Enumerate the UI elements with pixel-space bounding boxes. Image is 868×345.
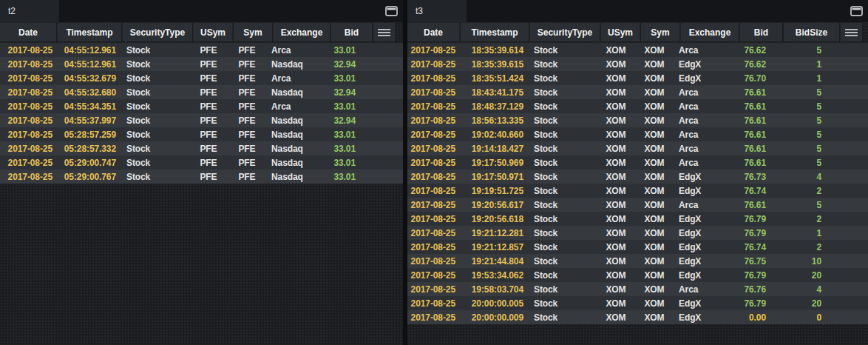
cell-sym: PFE bbox=[228, 99, 266, 113]
table-row[interactable]: 2017-08-2519:53:34.062StockXOMXOMEdgX76.… bbox=[407, 268, 868, 282]
table-row[interactable]: 2017-08-2518:43:41.175StockXOMXOMArca76.… bbox=[407, 85, 868, 99]
cell-date: 2017-08-25 bbox=[407, 254, 459, 268]
table-row[interactable]: 2017-08-2519:20:56.617StockXOMXOMArca76.… bbox=[407, 198, 868, 212]
column-header-bid[interactable]: Bid bbox=[740, 23, 782, 41]
table-row[interactable]: 2017-08-2519:20:56.618StockXOMXOMEdgX76.… bbox=[407, 212, 868, 226]
table-row[interactable]: 2017-08-2520:00:00.009StockXOMXOMEdgX0.0… bbox=[407, 310, 868, 324]
cell-securitytype: Stock bbox=[120, 155, 189, 170]
column-header-timestamp[interactable]: Timestamp bbox=[58, 23, 121, 41]
cell-securitytype: Stock bbox=[527, 43, 597, 57]
column-header-sym[interactable]: Sym bbox=[234, 23, 272, 41]
cell-date: 2017-08-25 bbox=[407, 212, 459, 226]
cell-usym: XOM bbox=[597, 240, 635, 254]
table-row[interactable]: 2017-08-2505:29:00.747StockPFEPFENasdaq3… bbox=[0, 155, 403, 170]
table-row[interactable]: 2017-08-2519:19:51.725StockXOMXOMEdgX76.… bbox=[407, 184, 868, 198]
table-row[interactable]: 2017-08-2519:02:40.660StockXOMXOMArca76.… bbox=[407, 127, 868, 141]
column-menu-button[interactable] bbox=[841, 23, 862, 41]
table-row[interactable]: 2017-08-2505:28:57.332StockPFEPFENasdaq3… bbox=[0, 141, 403, 155]
column-header-timestamp[interactable]: Timestamp bbox=[461, 23, 529, 41]
cell-usym: PFE bbox=[189, 127, 228, 141]
column-header-securitytype[interactable]: SecurityType bbox=[530, 23, 600, 41]
table-row[interactable]: 2017-08-2519:21:44.804StockXOMXOMEdgX76.… bbox=[407, 254, 868, 268]
cell-timestamp: 19:17:50.971 bbox=[459, 170, 527, 184]
column-header-sym[interactable]: Sym bbox=[641, 23, 679, 41]
cell-menu-spacer bbox=[829, 99, 850, 113]
cell-exchange: Arca bbox=[674, 99, 731, 113]
cell-sym: XOM bbox=[635, 198, 674, 212]
table-row[interactable]: 2017-08-2519:21:12.857StockXOMXOMEdgX76.… bbox=[407, 240, 868, 254]
cell-sym: XOM bbox=[635, 212, 674, 226]
column-header-bidsize[interactable]: BidSize bbox=[784, 23, 839, 41]
table-row[interactable]: 2017-08-2504:55:37.997StockPFEPFENasdaq3… bbox=[0, 113, 403, 127]
window-button[interactable] bbox=[844, 0, 868, 22]
column-header-usym[interactable]: USym bbox=[194, 23, 232, 41]
table-row[interactable]: 2017-08-2504:55:12.961StockPFEPFENasdaq3… bbox=[0, 57, 403, 71]
cell-timestamp: 20:00:00.009 bbox=[459, 310, 527, 324]
cell-usym: PFE bbox=[189, 170, 228, 184]
table-row[interactable]: 2017-08-2505:29:00.767StockPFEPFENasdaq3… bbox=[0, 170, 403, 184]
cell-date: 2017-08-25 bbox=[0, 141, 56, 155]
cell-exchange: Arca bbox=[674, 113, 731, 127]
table-row[interactable]: 2017-08-2518:35:39.615StockXOMXOMEdgX76.… bbox=[407, 57, 868, 71]
table-row[interactable]: 2017-08-2520:00:00.005StockXOMXOMEdgX76.… bbox=[407, 296, 868, 310]
table-row[interactable]: 2017-08-2504:55:32.679StockPFEPFEArca33.… bbox=[0, 71, 403, 85]
cell-exchange: Arca bbox=[266, 71, 322, 85]
table-row[interactable]: 2017-08-2504:55:12.961StockPFEPFEArca33.… bbox=[0, 43, 403, 57]
cell-menu-spacer bbox=[829, 43, 850, 57]
table-row[interactable]: 2017-08-2519:17:50.971StockXOMXOMEdgX76.… bbox=[407, 170, 868, 184]
cell-bidsize: 1 bbox=[773, 71, 829, 85]
cell-usym: XOM bbox=[597, 268, 635, 282]
tab-t2[interactable]: t2 bbox=[0, 0, 59, 22]
cell-sym: PFE bbox=[228, 113, 266, 127]
cell-sym: XOM bbox=[635, 184, 674, 198]
cell-menu-spacer bbox=[829, 170, 850, 184]
table-row[interactable]: 2017-08-2519:21:12.281StockXOMXOMEdgX76.… bbox=[407, 226, 868, 240]
cell-securitytype: Stock bbox=[527, 99, 597, 113]
table-row[interactable]: 2017-08-2519:14:18.427StockXOMXOMArca76.… bbox=[407, 141, 868, 155]
cell-sym: XOM bbox=[635, 85, 674, 99]
cell-date: 2017-08-25 bbox=[0, 57, 56, 71]
cell-bid: 32.94 bbox=[322, 113, 363, 127]
cell-sym: XOM bbox=[635, 141, 674, 155]
cell-date: 2017-08-25 bbox=[0, 43, 56, 57]
column-header-date[interactable]: Date bbox=[407, 23, 459, 41]
cell-bid: 33.01 bbox=[322, 127, 363, 141]
column-header-bid[interactable]: Bid bbox=[331, 23, 372, 41]
window-button[interactable] bbox=[379, 0, 403, 22]
column-header-exchange[interactable]: Exchange bbox=[681, 23, 739, 41]
cell-menu-spacer bbox=[829, 141, 850, 155]
table-row[interactable]: 2017-08-2518:48:37.129StockXOMXOMArca76.… bbox=[407, 99, 868, 113]
cell-date: 2017-08-25 bbox=[0, 99, 56, 113]
table-row[interactable]: 2017-08-2504:55:34.351StockPFEPFEArca33.… bbox=[0, 99, 403, 113]
table-row[interactable]: 2017-08-2518:35:39.614StockXOMXOMArca76.… bbox=[407, 43, 868, 57]
cell-securitytype: Stock bbox=[120, 170, 189, 184]
cell-menu-spacer bbox=[363, 85, 384, 99]
column-menu-button[interactable] bbox=[373, 23, 395, 41]
table-row[interactable]: 2017-08-2519:58:03.704StockXOMXOMArca76.… bbox=[407, 282, 868, 296]
cell-usym: XOM bbox=[597, 85, 635, 99]
column-header-securitytype[interactable]: SecurityType bbox=[123, 23, 192, 41]
column-header-exchange[interactable]: Exchange bbox=[274, 23, 330, 41]
cell-menu-spacer bbox=[829, 296, 850, 310]
column-header-date[interactable]: Date bbox=[0, 23, 56, 41]
table-row[interactable]: 2017-08-2518:56:13.335StockXOMXOMArca76.… bbox=[407, 113, 868, 127]
cell-exchange: EdgX bbox=[674, 212, 731, 226]
cell-date: 2017-08-25 bbox=[0, 170, 56, 184]
table-row[interactable]: 2017-08-2518:35:51.424StockXOMXOMEdgX76.… bbox=[407, 71, 868, 85]
cell-menu-spacer bbox=[829, 184, 850, 198]
cell-securitytype: Stock bbox=[120, 71, 189, 85]
table-row[interactable]: 2017-08-2519:17:50.969StockXOMXOMArca76.… bbox=[407, 155, 868, 170]
cell-exchange: Arca bbox=[674, 43, 731, 57]
tab-bar-spacer bbox=[59, 0, 379, 22]
table-row[interactable]: 2017-08-2505:28:57.259StockPFEPFENasdaq3… bbox=[0, 127, 403, 141]
cell-exchange: EdgX bbox=[674, 57, 731, 71]
table-row[interactable]: 2017-08-2504:55:32.680StockPFEPFENasdaq3… bbox=[0, 85, 403, 99]
cell-sym: XOM bbox=[635, 226, 674, 240]
column-header-usym[interactable]: USym bbox=[601, 23, 640, 41]
cell-usym: XOM bbox=[597, 71, 635, 85]
cell-bid: 76.74 bbox=[731, 184, 773, 198]
tab-t3[interactable]: t3 bbox=[407, 0, 467, 22]
cell-exchange: Nasdaq bbox=[266, 155, 322, 170]
cell-bidsize: 5 bbox=[773, 141, 829, 155]
app-window: t2 DateTimestampSecurityTypeUSymSymExcha… bbox=[0, 0, 868, 345]
